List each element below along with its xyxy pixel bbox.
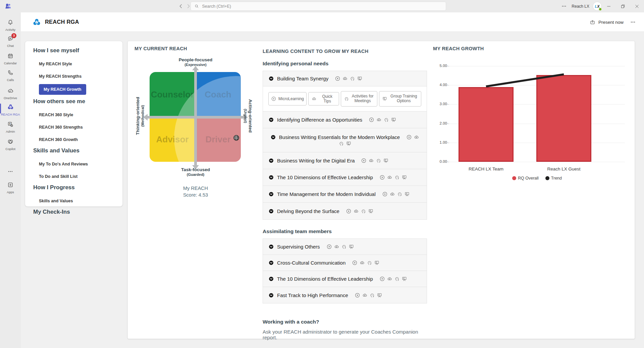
rail-item-copilot[interactable]: Copilot	[0, 138, 21, 151]
head-idea-icon[interactable]	[361, 208, 366, 214]
course-row-building-team-synergy[interactable]: Building Team Synergy	[263, 71, 427, 86]
avatar[interactable]: LX	[593, 2, 602, 11]
flipchart-icon[interactable]	[374, 260, 380, 266]
course-row-fast-track-high-performance[interactable]: Fast Track to High Performance	[263, 287, 427, 303]
play-circle-icon[interactable]	[406, 134, 412, 140]
course-row-cross-cultural-communication[interactable]: Cross-Cultural Communication	[263, 255, 427, 271]
head-idea-icon[interactable]	[350, 76, 355, 81]
course-row-business-writing-digital-era[interactable]: Business Writing for the Digital Era	[263, 152, 427, 169]
play-circle-icon[interactable]	[379, 175, 385, 180]
course-row-10-dimensions-leadership[interactable]: The 10 Dimensions of Effective Leadershi…	[263, 169, 427, 186]
rail-item-activity[interactable]: Activity	[0, 19, 21, 31]
course-row-identifying-difference[interactable]: Identifying Difference as Opportunities	[263, 112, 427, 128]
cloud-download-icon[interactable]	[359, 260, 365, 266]
expand-chevron-icon[interactable]	[268, 175, 274, 180]
rail-item-calendar[interactable]: Calendar	[0, 53, 21, 65]
sidebar-item-my-reach-strengths[interactable]: My REACH Strengths	[39, 74, 114, 79]
cloud-download-icon[interactable]	[334, 244, 339, 250]
sidebar-item-reach-360-growth[interactable]: REACH 360 Growth	[39, 137, 114, 142]
sidebar-item-reach-360-strengths[interactable]: REACH 360 Strengths	[39, 125, 114, 130]
present-now-button[interactable]: Present now	[590, 19, 624, 25]
play-circle-icon[interactable]	[346, 208, 352, 214]
sidebar-item-todo-and-skill-list[interactable]: To Do and Skill List	[39, 174, 114, 179]
back-icon[interactable]	[178, 3, 184, 9]
play-circle-icon[interactable]	[379, 276, 385, 282]
expand-chevron-icon[interactable]	[268, 191, 274, 197]
course-row-supervising-others[interactable]: Supervising Others	[263, 239, 427, 255]
flipchart-icon[interactable]	[368, 208, 374, 214]
expand-chevron-icon[interactable]	[268, 117, 274, 123]
flipchart-icon[interactable]	[346, 141, 352, 146]
sidebar-item-my-reach-style[interactable]: My REACH Style	[39, 62, 114, 66]
expand-chevron-icon[interactable]	[268, 260, 274, 266]
head-idea-icon[interactable]	[397, 191, 402, 197]
sidebar-item-my-todos-and-reviews[interactable]: My To Do's And Reviews	[39, 162, 114, 166]
flipchart-icon[interactable]	[357, 76, 363, 81]
course-row-10-dimensions-leadership-2[interactable]: The 10 Dimensions of Effective Leadershi…	[263, 271, 427, 287]
head-idea-icon[interactable]	[338, 141, 344, 146]
play-circle-icon[interactable]	[326, 244, 332, 250]
cloud-download-icon[interactable]	[362, 292, 368, 298]
play-circle-icon[interactable]	[382, 191, 388, 197]
expand-chevron-icon[interactable]	[268, 158, 274, 163]
quick-tips-button[interactable]: Quick Tips	[308, 92, 339, 106]
course-row-business-writing-essentials[interactable]: Business Writing Essentials for the Mode…	[263, 128, 427, 152]
sidebar-item-skills-and-values[interactable]: Skills and Values	[39, 199, 114, 203]
rail-item-onedrive[interactable]: OneDrive	[0, 87, 21, 100]
play-circle-icon[interactable]	[355, 292, 360, 298]
expand-chevron-icon[interactable]	[268, 208, 274, 214]
head-idea-icon[interactable]	[369, 292, 375, 298]
titlebar-more-icon[interactable]	[561, 3, 567, 9]
play-circle-icon[interactable]	[361, 158, 367, 163]
play-circle-icon[interactable]	[369, 117, 374, 123]
head-idea-icon[interactable]	[394, 276, 400, 282]
head-idea-icon[interactable]	[376, 158, 381, 163]
course-row-delving-beyond-surface[interactable]: Delving Beyond the Surface	[263, 203, 427, 219]
rail-item-chat[interactable]: 3 Chat	[0, 35, 21, 48]
rail-item-calls[interactable]: Calls	[0, 69, 21, 82]
rail-more-apps[interactable]	[0, 168, 21, 176]
head-idea-icon[interactable]	[341, 244, 347, 250]
cloud-download-icon[interactable]	[342, 76, 348, 81]
microlearning-button[interactable]: MicroLearning	[268, 92, 307, 106]
sidebar-item-reach-360-style[interactable]: REACH 360 Style	[39, 113, 114, 117]
cloud-download-icon[interactable]	[376, 117, 382, 123]
expand-chevron-icon[interactable]	[268, 276, 274, 282]
flipchart-icon[interactable]	[348, 244, 354, 250]
flipchart-icon[interactable]	[391, 117, 396, 123]
close-button[interactable]	[630, 0, 644, 12]
collapse-chevron-icon[interactable]	[268, 76, 274, 81]
head-idea-icon[interactable]	[367, 260, 372, 266]
flipchart-icon[interactable]	[383, 158, 389, 163]
flipchart-icon[interactable]	[401, 175, 407, 180]
cloud-download-icon[interactable]	[368, 158, 374, 163]
course-row-time-management[interactable]: Time Management for the Modern Individua…	[263, 186, 427, 203]
cloud-download-icon[interactable]	[353, 208, 359, 214]
flipchart-icon[interactable]	[404, 191, 410, 197]
cloud-download-icon[interactable]	[414, 134, 419, 140]
cloud-download-icon[interactable]	[387, 175, 392, 180]
head-idea-icon[interactable]	[383, 117, 389, 123]
head-idea-icon[interactable]	[394, 175, 400, 180]
legend-dot-icon	[545, 176, 549, 180]
expand-chevron-icon[interactable]	[270, 134, 276, 140]
flipchart-icon[interactable]	[401, 276, 407, 282]
rail-item-reach-rga[interactable]: REACH RGA	[0, 103, 21, 116]
group-training-options-button[interactable]: Group Training Options	[379, 91, 421, 107]
minimize-button[interactable]	[602, 0, 616, 12]
rail-item-admin[interactable]: Admin	[0, 121, 21, 133]
cloud-download-icon[interactable]	[389, 191, 395, 197]
sidebar-item-my-reach-growth[interactable]: My REACH Growth	[39, 84, 86, 95]
search-input[interactable]	[202, 4, 442, 9]
play-circle-icon[interactable]	[352, 260, 358, 266]
expand-chevron-icon[interactable]	[268, 292, 274, 298]
play-circle-icon[interactable]	[335, 76, 340, 81]
flipchart-icon[interactable]	[377, 292, 382, 298]
expand-chevron-icon[interactable]	[268, 244, 274, 250]
restore-button[interactable]	[616, 0, 630, 12]
cloud-download-icon[interactable]	[387, 276, 392, 282]
header-more-icon[interactable]	[630, 19, 636, 25]
activities-for-meetings-button[interactable]: Activities for Meetings	[341, 91, 377, 107]
rail-item-apps[interactable]: Apps	[0, 182, 21, 194]
search-bar[interactable]	[191, 2, 446, 11]
